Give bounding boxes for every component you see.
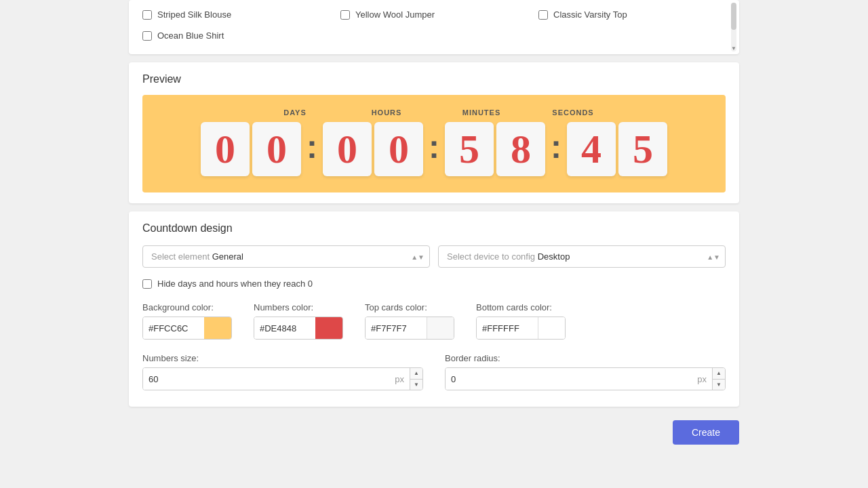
border-radius-up[interactable]: ▲ — [713, 368, 725, 380]
digit-hours-tens: 0 — [323, 122, 372, 176]
digit-minutes-ones: 8 — [496, 122, 545, 176]
numbers-color-input-group — [254, 317, 343, 340]
preview-card: Preview DAYS HOURS MINUTES SECONDS 0 0 :… — [129, 62, 739, 203]
numbers-color-input[interactable] — [254, 317, 315, 339]
numbers-size-input-group: px ▲ ▼ — [142, 367, 423, 390]
product-checkbox-classic-varsity-top[interactable] — [538, 10, 548, 20]
select-element[interactable]: Select element General — [142, 245, 430, 268]
numbers-color-swatch[interactable] — [315, 317, 342, 339]
design-card: Countdown design Select element General … — [129, 211, 739, 407]
separator-hours-minutes: : — [429, 128, 439, 171]
select-device[interactable]: Select device to config Desktop — [438, 245, 726, 268]
background-color-input[interactable] — [143, 317, 204, 339]
create-button[interactable]: Create — [673, 420, 739, 445]
numbers-row: Numbers size: px ▲ ▼ Border radius: px — [142, 353, 726, 390]
select-device-label: Select device to config — [447, 251, 535, 262]
product-checkbox-yellow-wool-jumper[interactable] — [340, 10, 350, 20]
border-radius-input-group: px ▲ ▼ — [445, 367, 726, 390]
bottom-cards-color-input-group — [476, 317, 566, 340]
numbers-size-down[interactable]: ▼ — [410, 380, 422, 390]
border-radius-unit: px — [692, 374, 712, 384]
border-radius-spinners: ▲ ▼ — [712, 368, 725, 390]
create-btn-row: Create — [0, 415, 868, 455]
hours-label: HOURS — [346, 108, 427, 117]
product-item-ocean-blue-shirt: Ocean Blue Shirt — [142, 28, 330, 43]
background-color-input-group — [142, 317, 232, 340]
select-element-label: Select element — [151, 251, 210, 262]
digit-seconds-tens: 4 — [567, 122, 616, 176]
top-cards-color-input[interactable] — [366, 317, 427, 339]
numbers-size-up[interactable]: ▲ — [410, 368, 422, 380]
digit-seconds-ones: 5 — [618, 122, 667, 176]
colors-row: Background color: Numbers color: Top car… — [142, 302, 726, 340]
numbers-size-spinners: ▲ ▼ — [410, 368, 422, 390]
border-radius-input[interactable] — [446, 368, 692, 390]
product-checkbox-striped-silk-blouse[interactable] — [142, 10, 152, 20]
scrollbar-thumb[interactable] — [731, 3, 736, 30]
hide-days-label: Hide days and hours when they reach 0 — [157, 279, 313, 289]
countdown-digits: 0 0 : 0 0 : 5 8 : 4 5 — [201, 122, 667, 176]
selects-row: Select element General ▲▼ Select device … — [142, 245, 726, 268]
top-cards-color-input-group — [365, 317, 454, 340]
background-color-field: Background color: — [142, 302, 232, 340]
numbers-size-field: Numbers size: px ▲ ▼ — [142, 353, 423, 390]
select-device-wrapper: Select device to config Desktop ▲▼ — [438, 245, 726, 268]
countdown-container: DAYS HOURS MINUTES SECONDS 0 0 : 0 0 : 5 — [142, 95, 726, 192]
hide-days-row: Hide days and hours when they reach 0 — [142, 279, 726, 289]
digit-days-tens: 0 — [201, 122, 250, 176]
hide-days-checkbox[interactable] — [142, 279, 152, 289]
bottom-cards-color-swatch[interactable] — [538, 317, 565, 339]
product-checkbox-ocean-blue-shirt[interactable] — [142, 31, 152, 41]
border-radius-label: Border radius: — [445, 353, 726, 363]
product-item-yellow-wool-jumper: Yellow Wool Jumper — [340, 7, 528, 22]
top-cards-color-field: Top cards color: — [365, 302, 454, 340]
background-color-swatch[interactable] — [204, 317, 231, 339]
top-cards-color-label: Top cards color: — [365, 302, 454, 312]
product-item-classic-varsity-top: Classic Varsity Top — [538, 7, 726, 22]
digit-hours-ones: 0 — [374, 122, 423, 176]
design-title: Countdown design — [142, 222, 726, 235]
border-radius-down[interactable]: ▼ — [713, 380, 725, 390]
digit-days-ones: 0 — [252, 122, 301, 176]
product-label-striped-silk-blouse: Striped Silk Blouse — [157, 9, 231, 20]
product-label-classic-varsity-top: Classic Varsity Top — [553, 9, 627, 20]
days-label: DAYS — [258, 108, 332, 117]
digit-minutes-tens: 5 — [445, 122, 494, 176]
minutes-label: MINUTES — [441, 108, 522, 117]
bottom-cards-color-input[interactable] — [477, 317, 538, 339]
numbers-size-label: Numbers size: — [142, 353, 423, 363]
numbers-color-label: Numbers color: — [254, 302, 343, 312]
product-item-striped-silk-blouse: Striped Silk Blouse — [142, 7, 330, 22]
separator-days-hours: : — [307, 128, 317, 171]
numbers-size-unit: px — [389, 374, 410, 384]
select-device-value: Desktop — [538, 251, 570, 262]
bottom-cards-color-label: Bottom cards color: — [476, 302, 566, 312]
numbers-color-field: Numbers color: — [254, 302, 343, 340]
select-element-value: General — [212, 251, 243, 262]
separator-minutes-seconds: : — [551, 128, 561, 171]
border-radius-field: Border radius: px ▲ ▼ — [445, 353, 726, 390]
select-element-wrapper: Select element General ▲▼ — [142, 245, 430, 268]
bottom-cards-color-field: Bottom cards color: — [476, 302, 566, 340]
preview-title: Preview — [142, 73, 726, 85]
products-card: Striped Silk Blouse Yellow Wool Jumper C… — [129, 0, 739, 54]
products-grid: Striped Silk Blouse Yellow Wool Jumper C… — [142, 7, 726, 43]
product-label-ocean-blue-shirt: Ocean Blue Shirt — [157, 30, 224, 41]
top-cards-color-swatch[interactable] — [427, 317, 454, 339]
seconds-label: SECONDS — [536, 108, 610, 117]
countdown-labels: DAYS HOURS MINUTES SECONDS — [163, 108, 705, 117]
scroll-arrow-down[interactable]: ▼ — [731, 45, 736, 52]
background-color-label: Background color: — [142, 302, 232, 312]
numbers-size-input[interactable] — [143, 368, 389, 390]
product-label-yellow-wool-jumper: Yellow Wool Jumper — [355, 9, 435, 20]
